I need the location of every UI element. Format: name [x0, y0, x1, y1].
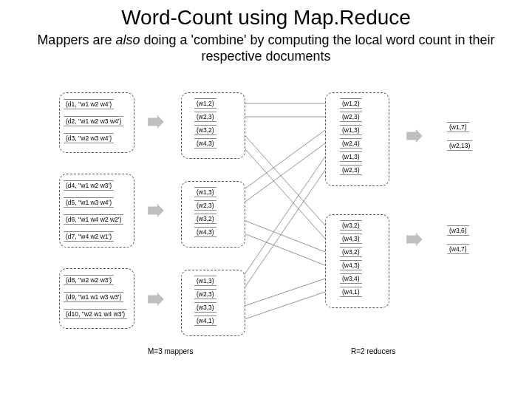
combine-item: (w4,3)	[194, 138, 216, 149]
combine-item: (w4,3)	[194, 227, 216, 237]
svg-line-5	[240, 143, 325, 205]
reduce-in-item: (w1,3)	[340, 151, 362, 162]
input-item: (d3, ''w2 w3 w4')	[64, 133, 114, 143]
combine-item: (w1,2)	[194, 98, 216, 109]
output-item: (w4,7)	[447, 244, 469, 254]
combine-item: (w2,3)	[194, 112, 216, 122]
arrow-icon	[148, 293, 164, 306]
combine-item: (w2,3)	[194, 289, 216, 299]
combine-item: (w2,3)	[194, 200, 216, 211]
subtitle-text: Mappers are	[37, 33, 115, 47]
input-item: (d8, ''w2 w2 w3')	[64, 275, 114, 285]
svg-line-7	[240, 232, 325, 265]
output-item: (w2,13)	[447, 140, 472, 151]
arrow-icon	[406, 129, 423, 143]
svg-line-9	[240, 170, 325, 294]
output-item: (w3,6)	[447, 225, 469, 236]
input-item: (d7, ''w4 w2 w1')	[64, 231, 114, 242]
svg-line-8	[240, 157, 325, 281]
reduce-in-item: (w4,3)	[340, 233, 362, 244]
arrow-icon	[148, 204, 164, 217]
combine-item: (w3,2)	[194, 125, 216, 135]
subtitle-italic: also	[115, 33, 140, 47]
reduce-in-item: (w4,1)	[340, 287, 362, 297]
arrow-icon	[148, 115, 164, 129]
svg-line-10	[240, 279, 325, 307]
combine-item: (w1,3)	[194, 276, 216, 286]
mapreduce-diagram: (d1, ''w1 w2 w4') (d2, ''w1 w2 w3 w4') (…	[0, 81, 532, 392]
input-item: (d10, ''w2 w1 w4 w3')	[64, 309, 127, 319]
combine-item: (w4,1)	[194, 316, 216, 326]
page-title: Word-Count using Map.Reduce	[0, 6, 532, 30]
reduce-in-item: (w3,2)	[340, 247, 362, 257]
subtitle-text-2: doing a 'combine' by computing the local…	[140, 33, 494, 64]
reduce-in-item: (w2,3)	[340, 165, 362, 175]
svg-line-3	[240, 143, 325, 239]
input-item: (d6, ''w1 w4 w2 w2')	[64, 214, 123, 225]
svg-line-4	[240, 130, 325, 192]
page-subtitle: Mappers are also doing a 'combine' by co…	[30, 33, 502, 64]
svg-line-6	[240, 219, 325, 252]
reduce-in-item: (w1,2)	[340, 98, 362, 109]
arrow-icon	[406, 233, 423, 246]
input-item: (d4, ''w1 w2 w3')	[64, 180, 114, 191]
input-item: (d2, ''w1 w2 w3 w4')	[64, 116, 123, 126]
combine-item: (w3,2)	[194, 214, 216, 224]
input-item: (d5, ''w1 w3 w4')	[64, 197, 114, 208]
output-item: (w1,7)	[447, 122, 469, 132]
reduce-in-item: (w2,3)	[340, 112, 362, 122]
reduce-in-item: (w3,4)	[340, 273, 362, 284]
reduce-in-item: (w3,2)	[340, 220, 362, 231]
combine-item: (w1,3)	[194, 187, 216, 197]
reduce-in-item: (w2,4)	[340, 138, 362, 149]
reduce-in-item: (w1,3)	[340, 125, 362, 135]
mappers-label: M=3 mappers	[148, 347, 193, 355]
reduce-in-item: (w4,3)	[340, 260, 362, 270]
input-item: (d9, ''w1 w1 w3 w3')	[64, 292, 123, 302]
input-item: (d1, ''w1 w2 w4')	[64, 99, 114, 109]
svg-line-11	[240, 292, 325, 321]
reducers-label: R=2 reducers	[351, 347, 395, 355]
combine-item: (w3,3)	[194, 302, 216, 313]
svg-line-2	[240, 130, 325, 225]
